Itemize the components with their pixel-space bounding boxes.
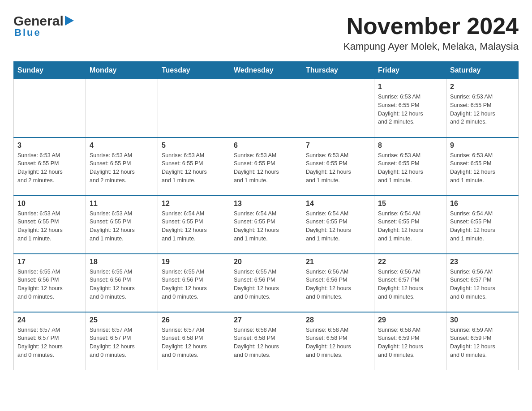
logo-general-text: General	[13, 13, 64, 29]
calendar-table: SundayMondayTuesdayWednesdayThursdayFrid…	[13, 61, 519, 370]
svg-marker-0	[65, 16, 74, 26]
page-title: November 2024	[343, 13, 519, 39]
logo-blue-text: Blue	[14, 27, 41, 39]
day-number: 27	[234, 316, 298, 324]
day-number: 4	[90, 141, 154, 150]
day-number: 22	[378, 258, 442, 266]
day-info: Sunrise: 6:53 AMSunset: 6:55 PMDaylight:…	[450, 151, 515, 185]
day-info: Sunrise: 6:57 AMSunset: 6:58 PMDaylight:…	[162, 326, 226, 360]
calendar-cell	[302, 79, 374, 137]
calendar-cell: 6Sunrise: 6:53 AMSunset: 6:55 PMDaylight…	[230, 137, 302, 196]
day-info: Sunrise: 6:53 AMSunset: 6:55 PMDaylight:…	[378, 151, 442, 185]
calendar-cell: 8Sunrise: 6:53 AMSunset: 6:55 PMDaylight…	[374, 137, 446, 196]
day-number: 9	[450, 141, 515, 150]
day-info: Sunrise: 6:54 AMSunset: 6:55 PMDaylight:…	[306, 210, 370, 243]
calendar-week-row: 3Sunrise: 6:53 AMSunset: 6:55 PMDaylight…	[14, 137, 519, 196]
calendar-cell: 17Sunrise: 6:55 AMSunset: 6:56 PMDayligh…	[14, 254, 86, 312]
weekday-header-row: SundayMondayTuesdayWednesdayThursdayFrid…	[14, 62, 519, 79]
day-info: Sunrise: 6:55 AMSunset: 6:56 PMDaylight:…	[234, 268, 298, 301]
calendar-cell: 11Sunrise: 6:53 AMSunset: 6:55 PMDayligh…	[86, 196, 158, 254]
calendar-cell	[86, 79, 158, 137]
day-number: 11	[90, 200, 154, 208]
calendar-week-row: 17Sunrise: 6:55 AMSunset: 6:56 PMDayligh…	[14, 254, 519, 312]
calendar-cell: 12Sunrise: 6:54 AMSunset: 6:55 PMDayligh…	[158, 196, 230, 254]
day-number: 15	[378, 200, 442, 208]
day-number: 23	[450, 258, 515, 266]
day-number: 7	[306, 141, 370, 150]
day-number: 24	[17, 316, 82, 324]
logo-triangle-icon	[65, 16, 74, 27]
day-number: 8	[378, 141, 442, 150]
weekday-header-sunday: Sunday	[14, 62, 86, 79]
day-info: Sunrise: 6:58 AMSunset: 6:59 PMDaylight:…	[378, 326, 442, 360]
day-info: Sunrise: 6:53 AMSunset: 6:55 PMDaylight:…	[234, 151, 298, 185]
weekday-header-wednesday: Wednesday	[230, 62, 302, 79]
calendar-cell	[158, 79, 230, 137]
calendar-cell: 7Sunrise: 6:53 AMSunset: 6:55 PMDaylight…	[302, 137, 374, 196]
calendar-cell: 10Sunrise: 6:53 AMSunset: 6:55 PMDayligh…	[14, 196, 86, 254]
calendar-cell: 23Sunrise: 6:56 AMSunset: 6:57 PMDayligh…	[446, 254, 519, 312]
weekday-header-friday: Friday	[374, 62, 446, 79]
calendar-week-row: 10Sunrise: 6:53 AMSunset: 6:55 PMDayligh…	[14, 196, 519, 254]
day-number: 14	[306, 200, 370, 208]
day-number: 17	[17, 258, 82, 266]
day-info: Sunrise: 6:59 AMSunset: 6:59 PMDaylight:…	[450, 326, 515, 360]
day-info: Sunrise: 6:56 AMSunset: 6:57 PMDaylight:…	[378, 268, 442, 301]
calendar-cell: 3Sunrise: 6:53 AMSunset: 6:55 PMDaylight…	[14, 137, 86, 196]
title-area: November 2024 Kampung Ayer Molek, Melaka…	[343, 13, 519, 52]
calendar-cell: 30Sunrise: 6:59 AMSunset: 6:59 PMDayligh…	[446, 312, 519, 370]
day-number: 18	[90, 258, 154, 266]
day-number: 2	[450, 83, 515, 91]
weekday-header-tuesday: Tuesday	[158, 62, 230, 79]
day-info: Sunrise: 6:56 AMSunset: 6:57 PMDaylight:…	[450, 268, 515, 301]
day-info: Sunrise: 6:54 AMSunset: 6:55 PMDaylight:…	[162, 210, 226, 243]
calendar-cell: 9Sunrise: 6:53 AMSunset: 6:55 PMDaylight…	[446, 137, 519, 196]
day-number: 26	[162, 316, 226, 324]
calendar-cell: 20Sunrise: 6:55 AMSunset: 6:56 PMDayligh…	[230, 254, 302, 312]
day-info: Sunrise: 6:54 AMSunset: 6:55 PMDaylight:…	[450, 210, 515, 243]
day-info: Sunrise: 6:58 AMSunset: 6:58 PMDaylight:…	[306, 326, 370, 360]
calendar-cell: 26Sunrise: 6:57 AMSunset: 6:58 PMDayligh…	[158, 312, 230, 370]
day-number: 25	[90, 316, 154, 324]
weekday-header-thursday: Thursday	[302, 62, 374, 79]
day-number: 30	[450, 316, 515, 324]
calendar-cell: 5Sunrise: 6:53 AMSunset: 6:55 PMDaylight…	[158, 137, 230, 196]
day-info: Sunrise: 6:53 AMSunset: 6:55 PMDaylight:…	[90, 151, 154, 185]
day-number: 28	[306, 316, 370, 324]
day-info: Sunrise: 6:53 AMSunset: 6:55 PMDaylight:…	[162, 151, 226, 185]
calendar-cell: 18Sunrise: 6:55 AMSunset: 6:56 PMDayligh…	[86, 254, 158, 312]
day-info: Sunrise: 6:53 AMSunset: 6:55 PMDaylight:…	[306, 151, 370, 185]
calendar-cell: 14Sunrise: 6:54 AMSunset: 6:55 PMDayligh…	[302, 196, 374, 254]
weekday-header-monday: Monday	[86, 62, 158, 79]
calendar-cell: 13Sunrise: 6:54 AMSunset: 6:55 PMDayligh…	[230, 196, 302, 254]
day-number: 12	[162, 200, 226, 208]
day-number: 16	[450, 200, 515, 208]
calendar-cell: 4Sunrise: 6:53 AMSunset: 6:55 PMDaylight…	[86, 137, 158, 196]
day-info: Sunrise: 6:53 AMSunset: 6:55 PMDaylight:…	[17, 210, 82, 243]
calendar-cell: 21Sunrise: 6:56 AMSunset: 6:56 PMDayligh…	[302, 254, 374, 312]
header: General Blue November 2024 Kampung Ayer …	[13, 13, 519, 52]
day-info: Sunrise: 6:55 AMSunset: 6:56 PMDaylight:…	[17, 268, 82, 301]
calendar-cell: 29Sunrise: 6:58 AMSunset: 6:59 PMDayligh…	[374, 312, 446, 370]
day-info: Sunrise: 6:55 AMSunset: 6:56 PMDaylight:…	[90, 268, 154, 301]
day-info: Sunrise: 6:54 AMSunset: 6:55 PMDaylight:…	[378, 210, 442, 243]
day-number: 5	[162, 141, 226, 150]
logo: General Blue	[13, 13, 74, 39]
day-number: 13	[234, 200, 298, 208]
calendar-cell: 22Sunrise: 6:56 AMSunset: 6:57 PMDayligh…	[374, 254, 446, 312]
day-info: Sunrise: 6:53 AMSunset: 6:55 PMDaylight:…	[90, 210, 154, 243]
calendar-cell: 15Sunrise: 6:54 AMSunset: 6:55 PMDayligh…	[374, 196, 446, 254]
calendar-cell: 2Sunrise: 6:53 AMSunset: 6:55 PMDaylight…	[446, 79, 519, 137]
calendar-week-row: 24Sunrise: 6:57 AMSunset: 6:57 PMDayligh…	[14, 312, 519, 370]
calendar-cell	[14, 79, 86, 137]
day-number: 1	[378, 83, 442, 91]
day-number: 3	[17, 141, 82, 150]
day-number: 10	[17, 200, 82, 208]
calendar-cell: 19Sunrise: 6:55 AMSunset: 6:56 PMDayligh…	[158, 254, 230, 312]
day-number: 29	[378, 316, 442, 324]
calendar-cell: 1Sunrise: 6:53 AMSunset: 6:55 PMDaylight…	[374, 79, 446, 137]
calendar-cell: 28Sunrise: 6:58 AMSunset: 6:58 PMDayligh…	[302, 312, 374, 370]
page-subtitle: Kampung Ayer Molek, Melaka, Malaysia	[343, 41, 519, 52]
day-info: Sunrise: 6:53 AMSunset: 6:55 PMDaylight:…	[17, 151, 82, 185]
day-info: Sunrise: 6:58 AMSunset: 6:58 PMDaylight:…	[234, 326, 298, 360]
